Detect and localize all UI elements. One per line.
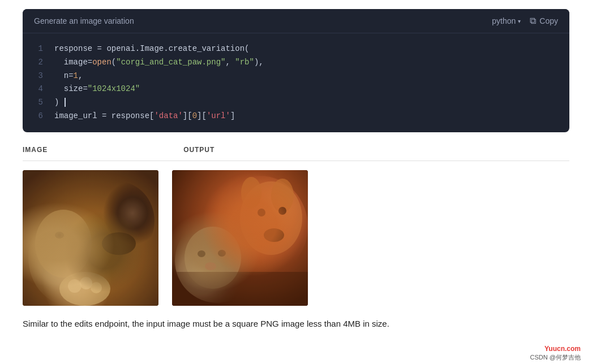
svg-point-14 xyxy=(175,218,260,303)
code-line-1: 1 response = openai.Image.create_variati… xyxy=(34,42,558,56)
credit-watermark: CSDN @何梦吉他 xyxy=(530,353,581,362)
output-image-svg xyxy=(172,170,308,306)
svg-point-9 xyxy=(58,233,61,237)
copy-button[interactable]: ⧉ Copy xyxy=(530,16,558,26)
code-line-2: 2 image=open("corgi_and_cat_paw.png", "r… xyxy=(34,56,558,70)
svg-point-19 xyxy=(258,209,265,216)
svg-point-16 xyxy=(271,179,294,213)
svg-point-8 xyxy=(55,232,64,239)
svg-point-6 xyxy=(80,277,92,289)
image-section-label: IMAGE xyxy=(23,146,48,154)
svg-rect-25 xyxy=(172,272,308,306)
copy-icon: ⧉ xyxy=(530,16,536,26)
svg-point-17 xyxy=(241,177,261,209)
code-block: Generate an image variation python ▾ ⧉ C… xyxy=(23,9,569,132)
code-header: Generate an image variation python ▾ ⧉ C… xyxy=(23,9,569,33)
line-content: size="1024x1024" xyxy=(54,83,140,96)
line-content: n=1, xyxy=(54,70,83,83)
line-content: image_url = response['data'][0]['url'] xyxy=(54,110,235,123)
line-number: 2 xyxy=(34,56,43,70)
svg-point-7 xyxy=(91,282,102,293)
svg-point-13 xyxy=(212,176,308,278)
svg-point-23 xyxy=(198,250,205,257)
line-content: image=open("corgi_and_cat_paw.png", "rb"… xyxy=(54,56,264,70)
language-selector[interactable]: python ▾ xyxy=(492,16,521,25)
images-row xyxy=(23,170,569,306)
input-image-svg xyxy=(23,170,158,306)
code-header-actions: python ▾ ⧉ Copy xyxy=(492,16,558,26)
svg-point-22 xyxy=(205,262,216,270)
line-number: 4 xyxy=(34,83,43,96)
copy-label: Copy xyxy=(539,16,558,25)
svg-rect-12 xyxy=(172,170,308,306)
line-number: 3 xyxy=(34,70,43,83)
svg-point-15 xyxy=(240,181,302,255)
svg-point-21 xyxy=(185,227,241,289)
line-number: 5 xyxy=(34,96,43,110)
svg-point-20 xyxy=(278,207,286,215)
code-line-4: 4 size="1024x1024" xyxy=(34,83,558,96)
section-labels: IMAGE OUTPUT xyxy=(23,141,569,161)
code-line-5: 5 ) xyxy=(34,96,558,110)
svg-point-1 xyxy=(28,210,113,306)
line-number: 6 xyxy=(34,110,43,123)
svg-point-24 xyxy=(218,250,226,257)
svg-point-5 xyxy=(68,279,81,293)
svg-point-3 xyxy=(35,210,92,278)
line-content: response = openai.Image.create_variation… xyxy=(54,42,249,56)
line-content: ) xyxy=(54,96,66,110)
svg-point-2 xyxy=(81,181,155,261)
svg-point-10 xyxy=(102,232,136,255)
code-body: 1 response = openai.Image.create_variati… xyxy=(23,33,569,132)
svg-rect-11 xyxy=(23,170,158,306)
svg-rect-26 xyxy=(172,170,308,306)
input-image xyxy=(23,170,158,306)
svg-point-4 xyxy=(59,272,110,306)
code-line-6: 6 image_url = response['data'][0]['url'] xyxy=(34,110,558,123)
line-number: 1 xyxy=(34,42,43,56)
code-line-3: 3 n=1, xyxy=(34,70,558,83)
svg-point-18 xyxy=(264,228,284,242)
brand-watermark: Yuucn.com xyxy=(544,345,581,353)
chevron-down-icon: ▾ xyxy=(518,18,521,24)
description-text: Similar to the edits endpoint, the input… xyxy=(23,317,475,331)
code-title: Generate an image variation xyxy=(34,16,134,25)
output-image xyxy=(172,170,308,306)
language-label: python xyxy=(492,16,516,25)
output-section-label: OUTPUT xyxy=(183,146,215,154)
svg-rect-0 xyxy=(23,170,158,306)
